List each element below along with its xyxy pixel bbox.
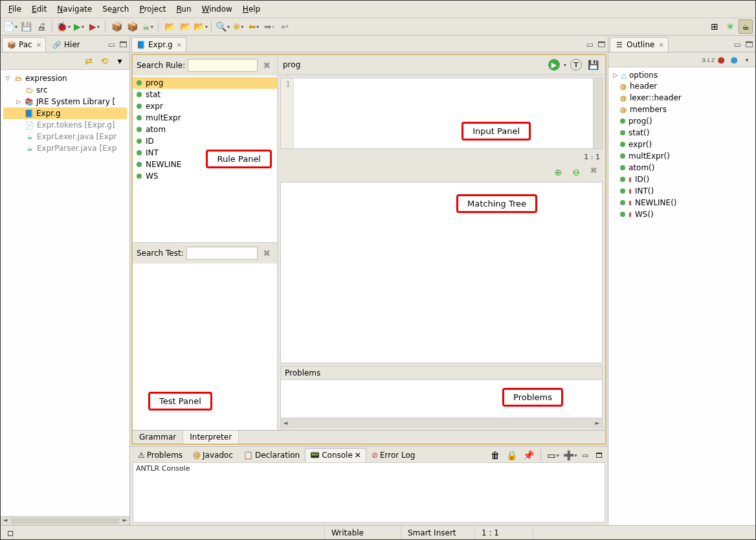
maximize-icon[interactable]: 🗖 (744, 40, 754, 49)
clear-search-button[interactable]: ✖ (260, 60, 273, 71)
tab-grammar[interactable]: Grammar (133, 431, 183, 444)
rule-item[interactable]: stat (133, 89, 277, 100)
outline-item[interactable]: stat() (611, 127, 753, 139)
rule-item[interactable]: ID (133, 135, 277, 147)
tab-declaration[interactable]: 📋Declaration (238, 448, 305, 462)
view-menu-button[interactable]: ▾ (741, 54, 753, 65)
expander-icon[interactable]: ▷ (16, 98, 22, 105)
menu-navigate[interactable]: Navigate (52, 2, 97, 16)
editor-tab[interactable]: 📘 Expr.g ✕ (131, 37, 186, 52)
perspective-button-1[interactable]: ⊞ (707, 19, 722, 34)
tab-javadoc[interactable]: @Javadoc (188, 448, 238, 462)
search-rule-input[interactable] (188, 59, 258, 72)
rule-list[interactable]: prog stat expr multExpr atom ID INT NEWL… (133, 76, 277, 242)
search-button[interactable]: 🔍 (216, 19, 230, 34)
open-task-button[interactable]: 📂 (194, 19, 208, 34)
outline-item[interactable]: prog() (611, 115, 753, 127)
run-interpreter-button[interactable]: ▶ (548, 59, 560, 71)
outline-item[interactable]: ▮ID() (611, 174, 753, 185)
filter-button-2[interactable]: ⬤ (728, 54, 740, 65)
maximize-icon[interactable]: 🗖 (596, 40, 606, 49)
console-lock-button[interactable]: 🔒 (505, 448, 519, 462)
outline-item[interactable]: ▮NEWLINE() (611, 197, 753, 208)
tab-interpreter[interactable]: Interpreter (183, 431, 239, 444)
console-new-button[interactable]: ➕ (563, 448, 577, 462)
maximize-icon[interactable]: 🗖 (118, 40, 128, 49)
nav-back-button[interactable]: ⬅ (247, 19, 261, 34)
open-type-button[interactable]: 📂 (178, 19, 192, 34)
new-button[interactable]: 📄 (3, 19, 17, 34)
minimize-icon[interactable]: ▭ (733, 40, 742, 49)
clear-test-button[interactable]: ✖ (260, 248, 273, 258)
clear-tree-button[interactable]: ✖ (587, 165, 600, 179)
run-button[interactable]: ▶ (72, 19, 86, 34)
menu-edit[interactable]: Edit (27, 2, 52, 16)
tab-console[interactable]: 📟Console✕ (305, 448, 366, 462)
perspective-button-2[interactable]: ✳ (723, 19, 737, 34)
expand-button[interactable]: ⊕ (551, 165, 565, 179)
save-button[interactable]: 💾 (19, 19, 33, 34)
rule-item[interactable]: atom (133, 124, 277, 135)
print-button[interactable]: 🖨 (34, 19, 49, 34)
nav-fwd-button[interactable]: ➡ (262, 19, 276, 34)
tab-error-log[interactable]: ⊘Error Log (366, 448, 421, 462)
menu-window[interactable]: Window (197, 2, 238, 16)
collapse-button[interactable]: ⊖ (569, 165, 583, 179)
search-test-input[interactable] (186, 247, 258, 260)
rule-item[interactable]: expr (133, 100, 277, 112)
console-clear-button[interactable]: 🗑 (488, 448, 502, 462)
rule-item[interactable]: multExpr (133, 112, 277, 124)
save-input-button[interactable]: 💾 (586, 58, 600, 72)
rule-item[interactable]: prog (133, 77, 277, 89)
debug-button[interactable]: 🐞 (56, 19, 71, 34)
new-package-button[interactable]: 📦 (109, 19, 124, 34)
h-scrollbar[interactable]: ◄► (281, 418, 602, 427)
close-icon[interactable]: ✕ (36, 41, 41, 49)
menu-file[interactable]: File (3, 2, 27, 16)
close-icon[interactable]: ✕ (355, 451, 361, 460)
h-scrollbar[interactable]: ◄► (1, 516, 129, 525)
annotation-button[interactable]: ※ (231, 19, 245, 34)
package-tree[interactable]: ▽ 🗁 expression 🗀 src ▷ 📚 JRE System Libr… (1, 70, 129, 516)
link-editor-button[interactable]: ⟲ (97, 54, 111, 68)
minimize-icon[interactable]: ▭ (107, 40, 117, 49)
tab-package-explorer[interactable]: 📦 Pac ✕ (2, 37, 46, 52)
input-panel[interactable]: 1 Input Panel (280, 78, 603, 149)
problems-body[interactable]: Problems (281, 380, 602, 418)
close-icon[interactable]: ✕ (658, 41, 663, 49)
run-ext-button[interactable]: ▶ (87, 19, 102, 34)
outline-item[interactable]: multExpr() (611, 150, 753, 162)
expander-icon[interactable]: ▽ (5, 75, 11, 82)
menu-search[interactable]: Search (97, 2, 134, 16)
view-menu-button[interactable]: ▾ (113, 54, 127, 68)
rule-item[interactable]: WS (133, 170, 277, 182)
minimize-icon[interactable]: ▭ (585, 40, 595, 49)
sort-button[interactable]: a↓z (702, 54, 714, 65)
outline-item[interactable]: @lexer::header (611, 92, 753, 104)
tab-problems[interactable]: ⚠Problems (133, 448, 188, 462)
generate-button[interactable]: T (570, 59, 582, 71)
matching-tree-panel[interactable]: Matching Tree (280, 182, 603, 363)
menu-help[interactable]: Help (238, 2, 265, 16)
last-edit-button[interactable]: ↩ (278, 19, 292, 34)
tab-outline[interactable]: ☰ Outline ✕ (610, 37, 669, 52)
menu-project[interactable]: Project (134, 2, 171, 16)
outline-item[interactable]: ▮WS() (611, 208, 753, 220)
outline-item[interactable]: atom() (611, 162, 753, 174)
outline-item[interactable]: @header (611, 80, 753, 92)
outline-tree[interactable]: ▷ △ options @header @lexer::header @memb… (608, 67, 755, 525)
new-type-button[interactable]: ☕ (140, 19, 155, 34)
test-list[interactable]: Test Panel (133, 264, 277, 430)
tab-hierarchy[interactable]: 🔗 Hier (47, 37, 85, 52)
menu-run[interactable]: Run (171, 2, 196, 16)
minimize-icon[interactable]: ▭ (580, 452, 591, 459)
maximize-icon[interactable]: 🗖 (594, 452, 605, 459)
filter-button-1[interactable]: ⬤ (715, 54, 727, 65)
new-class-button[interactable]: 📦 (125, 19, 139, 34)
outline-item[interactable]: ▮INT() (611, 185, 753, 197)
perspective-java[interactable]: ☕ (739, 19, 753, 34)
outline-item[interactable]: @members (611, 104, 753, 115)
collapse-all-button[interactable]: ⇄ (82, 54, 96, 68)
expander-icon[interactable]: ▷ (612, 72, 619, 78)
console-body[interactable]: ANTLR Console (133, 462, 605, 523)
